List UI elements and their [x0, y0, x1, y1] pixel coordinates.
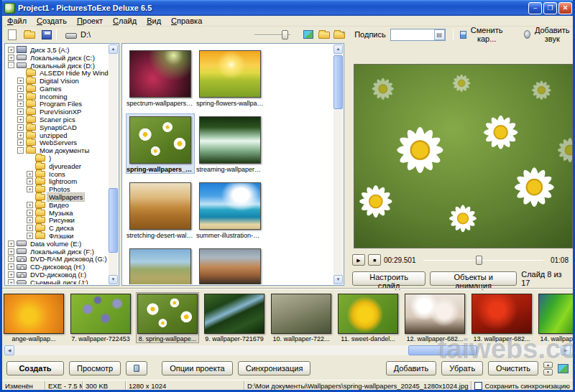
open-project-icon[interactable]	[24, 32, 35, 39]
slide-thumbnail[interactable]	[405, 294, 465, 334]
slide-thumbnail[interactable]	[204, 294, 264, 334]
tree-expander[interactable]: +	[17, 93, 24, 100]
scroll-up-icon[interactable]: ▲	[109, 45, 118, 54]
menu-item[interactable]: Слайд	[108, 17, 142, 25]
tree-expander[interactable]: +	[8, 279, 14, 284]
slide-thumbnail[interactable]	[338, 294, 398, 334]
file-thumbnail[interactable]: spring-flowers-wallpaper...	[196, 47, 264, 108]
tree-item-label[interactable]: Музыка	[47, 209, 75, 217]
tree-item[interactable]: )	[6, 154, 109, 162]
tree-item-label[interactable]: ALSEDI Hide My Windows	[38, 69, 109, 77]
slide-thumbnail[interactable]	[271, 294, 331, 334]
tree-item-label[interactable]: С диска	[47, 224, 75, 232]
tree-item[interactable]: + Scaner pics	[6, 116, 109, 123]
tree-expander[interactable]: +	[17, 132, 24, 139]
tree-item-label[interactable]: Съемный диск (J:)	[29, 279, 90, 284]
insert-template-button[interactable]: ▤	[434, 29, 445, 40]
tree-item-label[interactable]: DVD-RAM дисковод (G:)	[29, 255, 109, 263]
tree-item[interactable]: - Локальный диск (D:)	[6, 62, 109, 70]
menu-item[interactable]: Вид	[142, 17, 166, 25]
seek-thumb[interactable]	[476, 256, 482, 265]
maximize-button[interactable]: ❐	[543, 2, 557, 14]
tree-expander[interactable]: +	[17, 124, 24, 131]
menu-item[interactable]: Файл	[2, 17, 32, 25]
tree-item-label[interactable]: WebServers	[38, 139, 78, 146]
tree-item-label[interactable]: Digital Vision	[38, 77, 80, 85]
slide-item[interactable]: 8. spring-wallpape...	[136, 292, 199, 343]
tree-expander[interactable]: +	[17, 101, 24, 107]
tree-expander[interactable]: +	[17, 78, 24, 84]
scroll-thumb[interactable]	[334, 55, 343, 109]
preview-button[interactable]: Просмотр	[69, 361, 121, 375]
tree-expander[interactable]: +	[27, 233, 33, 239]
tree-expander[interactable]: +	[8, 47, 14, 53]
tree-item[interactable]: + Музыка	[6, 209, 109, 217]
file-thumbnail[interactable]: stretching-desert-wallpa...	[126, 179, 195, 240]
objects-animation-button[interactable]: Объекты и анимация	[430, 271, 517, 286]
file-thumbnail[interactable]: spring-wallpapers_20...	[126, 113, 195, 174]
tree-expander[interactable]: +	[8, 241, 14, 247]
tree-item[interactable]: + Флэшки	[6, 232, 109, 240]
scroll-thumb[interactable]	[109, 188, 118, 253]
thumbnails-scrollbar[interactable]: ▲ ▼	[334, 45, 343, 284]
slide-item[interactable]: 14. wallpaper-674...	[537, 292, 573, 343]
tree-item[interactable]: Wallpapers	[6, 193, 109, 201]
drive-icon[interactable]	[65, 33, 77, 39]
minimize-button[interactable]: –	[528, 2, 542, 14]
new-project-icon[interactable]	[8, 29, 17, 40]
scroll-down-icon[interactable]: ▼	[334, 275, 343, 284]
project-options-button[interactable]: Опции проекта	[162, 361, 232, 375]
order-spinner[interactable]: ▲ ▼	[543, 362, 553, 375]
tree-expander[interactable]: +	[27, 186, 33, 192]
seek-slider[interactable]	[423, 255, 543, 265]
tree-item-label[interactable]: Локальный диск (D:)	[29, 62, 96, 70]
close-button[interactable]: ✕	[558, 2, 572, 14]
parent-folder-icon[interactable]	[334, 32, 345, 39]
slide-item[interactable]: ange-wallpap...	[2, 292, 65, 343]
file-thumbnail[interactable]: spectrum-wallpapers_17...	[126, 47, 195, 108]
slide-thumbnail[interactable]	[538, 294, 573, 334]
slide-item[interactable]: 13. wallpaper-682...	[470, 292, 533, 343]
scroll-right-icon[interactable]: ▶	[561, 345, 571, 355]
thumbnail-image[interactable]	[199, 50, 261, 98]
tree-expander[interactable]: +	[8, 271, 14, 278]
tree-item[interactable]: + Photos	[6, 185, 109, 193]
create-button[interactable]: Создать	[6, 361, 64, 375]
tree-item-label[interactable]: Games	[38, 85, 63, 93]
spin-up-icon[interactable]: ▲	[543, 362, 553, 368]
tree-item-label[interactable]: Локальный диск (C:)	[29, 54, 96, 62]
tree-item[interactable]: + Data volume (E:)	[6, 240, 109, 248]
slider-thumb[interactable]	[282, 30, 288, 39]
tree-item[interactable]: + Incoming	[6, 93, 109, 101]
tree-item-label[interactable]: Мои документы	[38, 146, 91, 154]
thumbnail-image[interactable]	[129, 248, 191, 284]
drive-selector[interactable]: D:\	[80, 30, 91, 39]
tree-item-label[interactable]: PureVisionXP	[38, 108, 83, 116]
slide-item[interactable]: 9. wallpaper-721679	[203, 292, 266, 343]
fit-image-icon[interactable]	[303, 30, 313, 39]
add-slide-button[interactable]: Добавить	[386, 361, 437, 375]
slide-item[interactable]: 12. wallpaper-682...	[403, 292, 466, 343]
tree-item-label[interactable]: Program Files	[38, 100, 83, 108]
tree-item-label[interactable]: )	[47, 154, 52, 162]
slide-thumbnail[interactable]	[137, 294, 198, 334]
tree-item[interactable]: + Games	[6, 85, 109, 93]
change-picture-button[interactable]: Сменить кар...	[458, 25, 507, 44]
synchronization-button[interactable]: Синхронизация	[238, 361, 311, 375]
tree-expander[interactable]: +	[17, 116, 24, 123]
customize-slide-button[interactable]: Настроить слайд	[352, 271, 426, 286]
thumbnail-image[interactable]	[199, 116, 261, 164]
tree-item[interactable]: + DVD-дисковод (I:)	[6, 271, 109, 279]
scroll-down-icon[interactable]: ▼	[109, 275, 118, 284]
tree-item-label[interactable]: djvureader	[47, 162, 83, 170]
file-thumbnail[interactable]: summer-illustration-wallp...	[196, 179, 264, 240]
tree-item-label[interactable]: Incoming	[38, 93, 69, 101]
slide-item[interactable]: 10. wallpaper-722...	[270, 292, 333, 343]
tree-expander[interactable]: +	[17, 85, 24, 92]
menu-item[interactable]: Создать	[32, 17, 72, 25]
tree-expander[interactable]: +	[17, 139, 24, 146]
thumbnail-image[interactable]	[199, 182, 261, 230]
tree-item-label[interactable]: Icons	[47, 170, 67, 178]
tree-item-label[interactable]: Data volume (E:)	[29, 240, 83, 248]
thumbnail-image[interactable]	[129, 182, 191, 230]
